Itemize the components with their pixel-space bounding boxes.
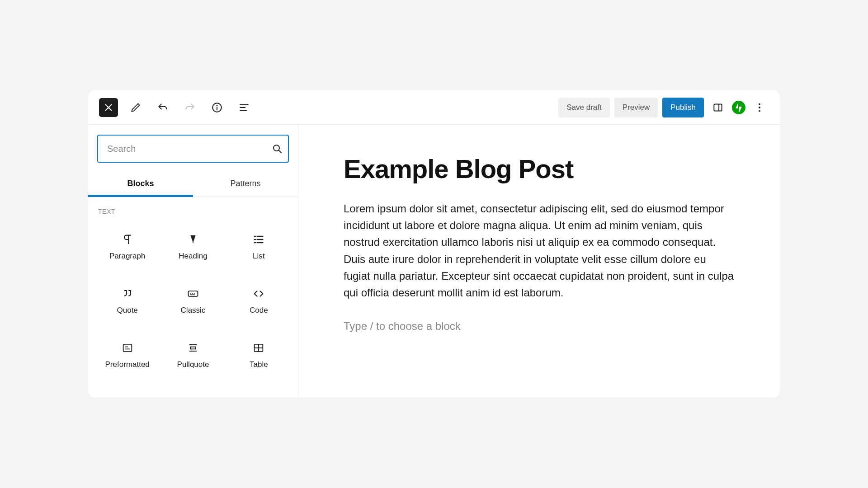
block-label: Table xyxy=(250,360,268,369)
toolbar-right-group: Save draft Preview Publish xyxy=(558,98,769,117)
block-label: Paragraph xyxy=(109,252,145,261)
block-appender-placeholder[interactable]: Type / to choose a block xyxy=(344,320,735,333)
save-draft-button[interactable]: Save draft xyxy=(558,98,610,117)
editor-body: Blocks Patterns TEXT Paragraph Heading xyxy=(88,125,780,398)
publish-button[interactable]: Publish xyxy=(662,98,704,117)
block-inserter-panel: Blocks Patterns TEXT Paragraph Heading xyxy=(88,125,298,398)
block-classic[interactable]: Classic xyxy=(160,274,226,328)
inserter-search xyxy=(97,135,289,163)
block-code[interactable]: Code xyxy=(226,274,292,328)
info-icon xyxy=(211,102,223,113)
block-pullquote[interactable]: Pullquote xyxy=(160,328,226,382)
heading-icon xyxy=(186,233,200,246)
svg-point-5 xyxy=(759,110,760,112)
block-preformatted[interactable]: Preformatted xyxy=(94,328,160,382)
svg-rect-8 xyxy=(123,344,132,352)
block-label: Quote xyxy=(117,306,138,315)
document-info-button[interactable] xyxy=(208,98,226,117)
editor-canvas[interactable]: Example Blog Post Lorem ipsum dolor sit … xyxy=(298,125,780,398)
inserter-section-title: TEXT xyxy=(88,197,298,220)
tab-patterns[interactable]: Patterns xyxy=(193,171,298,197)
block-label: Pullquote xyxy=(177,360,209,369)
search-button[interactable] xyxy=(272,143,283,154)
block-label: Heading xyxy=(179,252,207,261)
block-list[interactable]: List xyxy=(226,220,292,274)
outline-icon xyxy=(238,102,250,113)
block-heading[interactable]: Heading xyxy=(160,220,226,274)
jetpack-icon[interactable] xyxy=(732,101,745,114)
block-grid: Paragraph Heading List xyxy=(88,220,298,382)
list-icon xyxy=(252,233,265,246)
search-icon xyxy=(272,143,283,154)
redo-icon xyxy=(184,102,196,113)
sidebar-icon xyxy=(712,102,724,113)
block-table[interactable]: Table xyxy=(226,328,292,382)
svg-point-3 xyxy=(759,103,760,105)
search-input[interactable] xyxy=(97,135,289,163)
more-options-button[interactable] xyxy=(750,98,769,117)
undo-icon xyxy=(157,102,169,113)
block-label: List xyxy=(253,252,264,261)
classic-icon xyxy=(186,287,200,300)
top-toolbar: Save draft Preview Publish xyxy=(88,90,780,125)
toolbar-left-group xyxy=(99,98,254,117)
svg-point-1 xyxy=(217,105,218,106)
post-body-paragraph[interactable]: Lorem ipsum dolor sit amet, consectetur … xyxy=(344,200,735,301)
kebab-icon xyxy=(754,102,765,113)
block-label: Classic xyxy=(181,306,206,315)
block-label: Preformatted xyxy=(105,360,150,369)
editor-window: Save draft Preview Publish Blocks xyxy=(88,90,780,398)
block-quote[interactable]: Quote xyxy=(94,274,160,328)
close-icon xyxy=(103,102,114,113)
pullquote-icon xyxy=(186,341,200,355)
svg-rect-7 xyxy=(188,291,198,296)
preview-button[interactable]: Preview xyxy=(614,98,658,117)
close-inserter-button[interactable] xyxy=(99,98,118,117)
block-label: Code xyxy=(250,306,268,315)
settings-panel-toggle[interactable] xyxy=(708,98,727,117)
svg-rect-2 xyxy=(714,104,722,111)
post-title[interactable]: Example Blog Post xyxy=(344,154,735,184)
inserter-tabs: Blocks Patterns xyxy=(88,171,298,197)
table-icon xyxy=(252,341,265,355)
code-icon xyxy=(252,287,265,300)
undo-button[interactable] xyxy=(153,98,172,117)
svg-rect-9 xyxy=(190,347,196,349)
preformatted-icon xyxy=(121,341,134,355)
svg-point-6 xyxy=(274,145,279,151)
svg-point-4 xyxy=(759,107,760,108)
redo-button[interactable] xyxy=(180,98,199,117)
quote-icon xyxy=(121,287,134,300)
pencil-icon xyxy=(130,102,142,113)
block-paragraph[interactable]: Paragraph xyxy=(94,220,160,274)
document-outline-button[interactable] xyxy=(235,98,254,117)
tools-button[interactable] xyxy=(126,98,145,117)
tab-blocks[interactable]: Blocks xyxy=(88,171,193,197)
paragraph-icon xyxy=(121,233,134,246)
